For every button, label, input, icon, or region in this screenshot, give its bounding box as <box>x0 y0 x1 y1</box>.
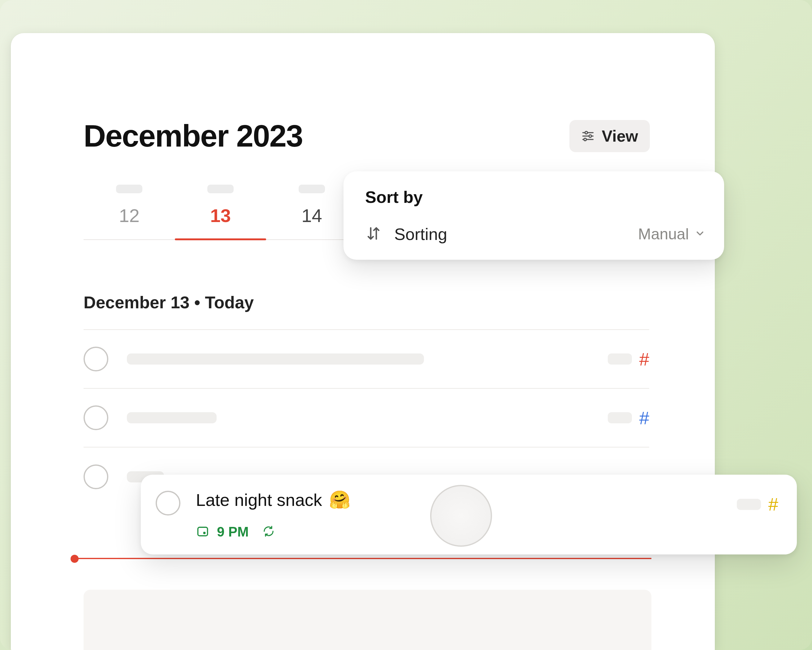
day-number: 14 <box>301 205 322 226</box>
task-tag[interactable]: # <box>737 494 778 515</box>
sliders-icon <box>581 129 595 143</box>
view-button-label: View <box>601 127 638 145</box>
calendar-icon <box>196 524 209 539</box>
task-checkbox[interactable] <box>84 405 108 430</box>
task-checkbox[interactable] <box>84 347 108 371</box>
hash-icon: # <box>640 349 649 370</box>
sort-value-dropdown[interactable]: Manual <box>638 225 705 243</box>
task-checkbox[interactable] <box>84 464 108 489</box>
tag-label-placeholder <box>608 353 632 365</box>
task-title-placeholder <box>127 353 424 365</box>
page-title: December 2023 <box>84 118 303 154</box>
sort-option-row[interactable]: Sorting Manual <box>365 224 705 244</box>
task-title-placeholder <box>127 412 217 423</box>
task-emoji: 🤗 <box>329 490 351 510</box>
current-time-indicator <box>74 558 652 560</box>
hash-icon: # <box>640 408 649 428</box>
weekday-placeholder <box>116 184 142 193</box>
task-title-text: Late night snack <box>196 490 322 510</box>
day-cell-12[interactable]: 12 <box>84 184 175 239</box>
task-tag[interactable]: # <box>608 349 649 370</box>
tag-label-placeholder <box>737 499 761 510</box>
svg-point-5 <box>584 138 586 140</box>
tag-label-placeholder <box>608 412 632 423</box>
svg-point-1 <box>585 131 588 134</box>
stage-background: December 2023 View 12 13 <box>0 0 812 650</box>
task-time-text: 9 PM <box>217 524 249 540</box>
section-title: December 13 • Today <box>84 292 715 312</box>
weekday-placeholder <box>299 184 325 193</box>
refresh-icon[interactable] <box>263 525 275 539</box>
svg-rect-6 <box>198 527 208 536</box>
now-line <box>74 558 652 559</box>
header: December 2023 View <box>11 33 715 154</box>
drag-cursor-indicator <box>430 485 492 547</box>
day-cell-13[interactable]: 13 <box>175 184 266 239</box>
chevron-down-icon <box>694 228 705 240</box>
task-checkbox[interactable] <box>156 491 180 516</box>
sort-option-label: Sorting <box>394 224 447 244</box>
task-due-time[interactable]: 9 PM <box>196 524 249 540</box>
weekday-placeholder <box>208 184 234 193</box>
day-number: 13 <box>210 205 231 226</box>
day-number: 12 <box>119 205 140 226</box>
sort-popover-title: Sort by <box>365 187 705 207</box>
task-row[interactable]: # <box>84 389 649 448</box>
sort-popover: Sort by Sorting Manual <box>343 171 724 260</box>
sort-arrows-icon <box>365 225 382 243</box>
sort-value: Manual <box>638 225 689 243</box>
overdue-section-placeholder <box>84 590 652 650</box>
task-tag[interactable]: # <box>608 408 649 428</box>
view-button[interactable]: View <box>569 120 650 152</box>
svg-point-3 <box>589 134 592 137</box>
hash-icon: # <box>768 494 778 515</box>
app-window: December 2023 View 12 13 <box>11 33 715 650</box>
svg-rect-7 <box>203 532 206 534</box>
task-row[interactable]: # <box>84 330 649 389</box>
